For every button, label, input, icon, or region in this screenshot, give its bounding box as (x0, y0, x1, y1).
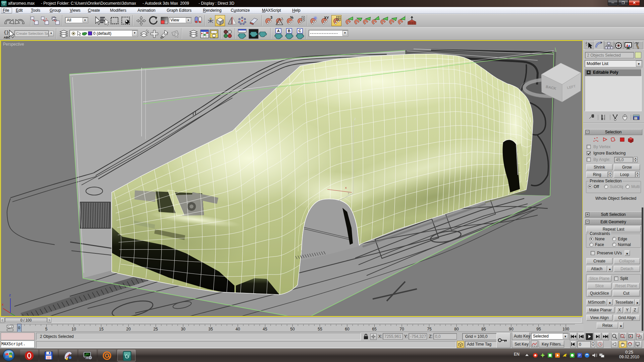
svg-text:50: 50 (290, 327, 295, 331)
svg-text:x: x (345, 186, 347, 189)
svg-text:10: 10 (71, 327, 76, 331)
svg-text:P: P (578, 353, 581, 357)
svg-text:35: 35 (208, 327, 213, 331)
svg-text:90: 90 (509, 327, 514, 331)
svg-text:45: 45 (263, 327, 267, 331)
svg-text:40: 40 (235, 327, 240, 331)
svg-text:A: A (277, 29, 280, 33)
svg-text:30: 30 (181, 327, 185, 331)
svg-text:95: 95 (536, 327, 541, 331)
svg-text:y: y (348, 191, 350, 194)
svg-text:x: x (2, 302, 4, 306)
svg-text:70: 70 (399, 327, 404, 331)
svg-text:z: z (9, 293, 11, 297)
svg-text:3: 3 (270, 15, 272, 19)
svg-text:{}: {} (4, 30, 9, 35)
svg-text:B: B (288, 29, 290, 33)
svg-text:60: 60 (345, 327, 350, 331)
svg-text:15: 15 (99, 327, 104, 331)
svg-text:85: 85 (481, 327, 486, 331)
svg-text:100: 100 (562, 327, 569, 331)
svg-text:25: 25 (153, 327, 158, 331)
svg-text:20: 20 (126, 327, 131, 331)
svg-text:55: 55 (318, 327, 322, 331)
svg-text:%: % (290, 15, 293, 19)
svg-text:z: z (354, 117, 356, 121)
svg-text:80: 80 (454, 327, 459, 331)
svg-text:Perspective: Perspective (3, 42, 24, 47)
svg-text:C: C (299, 29, 301, 33)
svg-text:G: G (2, 2, 5, 6)
svg-text:65: 65 (372, 327, 377, 331)
svg-text:XY: XY (324, 16, 329, 20)
svg-text:75: 75 (427, 327, 432, 331)
svg-text:5: 5 (45, 327, 48, 331)
